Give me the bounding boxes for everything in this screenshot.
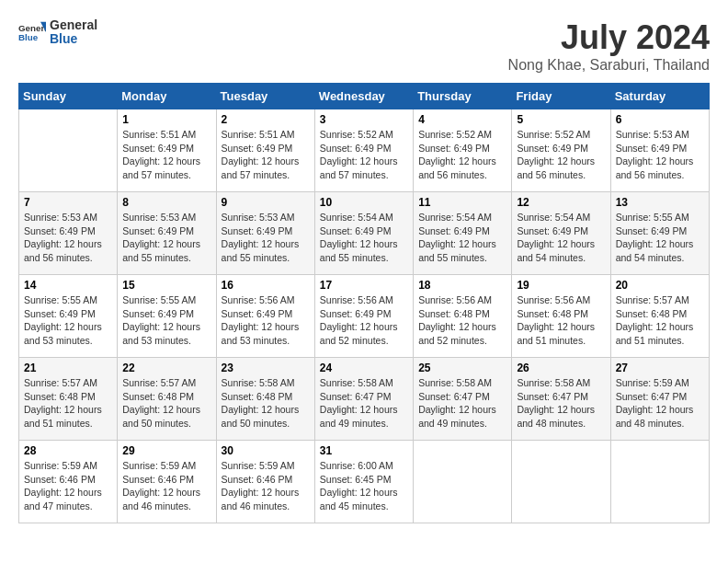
day-info: Sunrise: 5:55 AM Sunset: 6:49 PM Dayligh… [122, 293, 210, 348]
day-info: Sunrise: 5:52 AM Sunset: 6:49 PM Dayligh… [418, 128, 506, 182]
day-number: 11 [418, 196, 506, 209]
calendar-week-row: 14Sunrise: 5:55 AM Sunset: 6:49 PM Dayli… [19, 275, 710, 358]
day-number: 9 [222, 196, 310, 209]
calendar-cell: 6Sunrise: 5:53 AM Sunset: 6:49 PM Daylig… [610, 109, 709, 192]
day-number: 23 [222, 362, 310, 374]
day-info: Sunrise: 5:57 AM Sunset: 6:48 PM Dayligh… [122, 376, 210, 431]
page-header: General Blue General Blue July 2024 Nong… [18, 18, 710, 74]
calendar-cell: 8Sunrise: 5:53 AM Sunset: 6:49 PM Daylig… [118, 192, 216, 275]
calendar-cell: 4Sunrise: 5:52 AM Sunset: 6:49 PM Daylig… [414, 109, 512, 192]
calendar-cell: 20Sunrise: 5:57 AM Sunset: 6:48 PM Dayli… [610, 275, 709, 358]
weekday-header-thursday: Thursday [414, 84, 512, 109]
day-info: Sunrise: 5:55 AM Sunset: 6:49 PM Dayligh… [24, 293, 112, 348]
calendar-table: SundayMondayTuesdayWednesdayThursdayFrid… [18, 83, 710, 523]
month-title: July 2024 [508, 18, 710, 57]
day-number: 3 [320, 113, 408, 126]
calendar-cell: 9Sunrise: 5:53 AM Sunset: 6:49 PM Daylig… [216, 192, 314, 275]
day-number: 6 [616, 113, 704, 126]
day-number: 16 [222, 279, 310, 292]
day-info: Sunrise: 5:54 AM Sunset: 6:49 PM Dayligh… [418, 211, 506, 265]
day-info: Sunrise: 5:58 AM Sunset: 6:47 PM Dayligh… [320, 376, 408, 431]
calendar-cell: 30Sunrise: 5:59 AM Sunset: 6:46 PM Dayli… [216, 441, 314, 523]
calendar-cell: 25Sunrise: 5:58 AM Sunset: 6:47 PM Dayli… [414, 358, 512, 441]
day-info: Sunrise: 5:53 AM Sunset: 6:49 PM Dayligh… [24, 211, 112, 265]
calendar-week-row: 1Sunrise: 5:51 AM Sunset: 6:49 PM Daylig… [19, 109, 710, 192]
day-number: 29 [122, 444, 210, 457]
day-number: 27 [616, 362, 704, 374]
day-info: Sunrise: 5:54 AM Sunset: 6:49 PM Dayligh… [320, 211, 408, 265]
day-info: Sunrise: 5:57 AM Sunset: 6:48 PM Dayligh… [616, 293, 704, 348]
day-info: Sunrise: 5:59 AM Sunset: 6:47 PM Dayligh… [616, 376, 704, 431]
weekday-header-saturday: Saturday [610, 84, 709, 109]
day-info: Sunrise: 5:57 AM Sunset: 6:48 PM Dayligh… [24, 376, 112, 431]
calendar-cell: 10Sunrise: 5:54 AM Sunset: 6:49 PM Dayli… [314, 192, 413, 275]
logo-blue-text: Blue [50, 32, 97, 46]
day-info: Sunrise: 5:53 AM Sunset: 6:49 PM Dayligh… [122, 211, 210, 265]
calendar-cell: 14Sunrise: 5:55 AM Sunset: 6:49 PM Dayli… [19, 275, 118, 358]
day-number: 12 [517, 196, 605, 209]
day-info: Sunrise: 5:56 AM Sunset: 6:49 PM Dayligh… [320, 293, 408, 348]
day-number: 25 [418, 362, 506, 374]
day-info: Sunrise: 5:51 AM Sunset: 6:49 PM Dayligh… [222, 128, 310, 182]
day-number: 26 [517, 362, 605, 374]
calendar-cell: 31Sunrise: 6:00 AM Sunset: 6:45 PM Dayli… [314, 441, 413, 523]
calendar-cell: 27Sunrise: 5:59 AM Sunset: 6:47 PM Dayli… [610, 358, 709, 441]
calendar-cell: 16Sunrise: 5:56 AM Sunset: 6:49 PM Dayli… [216, 275, 314, 358]
day-number: 28 [24, 444, 112, 457]
day-number: 19 [517, 279, 605, 292]
calendar-cell [512, 441, 610, 523]
day-number: 20 [616, 279, 704, 292]
calendar-cell: 21Sunrise: 5:57 AM Sunset: 6:48 PM Dayli… [19, 358, 118, 441]
title-area: July 2024 Nong Khae, Saraburi, Thailand [508, 18, 710, 74]
calendar-cell: 2Sunrise: 5:51 AM Sunset: 6:49 PM Daylig… [216, 109, 314, 192]
calendar-cell: 19Sunrise: 5:56 AM Sunset: 6:48 PM Dayli… [512, 275, 610, 358]
calendar-cell: 7Sunrise: 5:53 AM Sunset: 6:49 PM Daylig… [19, 192, 118, 275]
calendar-cell: 3Sunrise: 5:52 AM Sunset: 6:49 PM Daylig… [314, 109, 413, 192]
calendar-cell: 26Sunrise: 5:58 AM Sunset: 6:47 PM Dayli… [512, 358, 610, 441]
calendar-cell: 24Sunrise: 5:58 AM Sunset: 6:47 PM Dayli… [314, 358, 413, 441]
day-number: 14 [24, 279, 112, 292]
day-info: Sunrise: 5:59 AM Sunset: 6:46 PM Dayligh… [122, 459, 210, 513]
day-info: Sunrise: 5:56 AM Sunset: 6:48 PM Dayligh… [517, 293, 605, 348]
calendar-week-row: 7Sunrise: 5:53 AM Sunset: 6:49 PM Daylig… [19, 192, 710, 275]
calendar-cell: 1Sunrise: 5:51 AM Sunset: 6:49 PM Daylig… [118, 109, 216, 192]
logo-general-text: General [50, 18, 97, 32]
calendar-cell: 23Sunrise: 5:58 AM Sunset: 6:48 PM Dayli… [216, 358, 314, 441]
day-number: 31 [320, 444, 408, 457]
calendar-cell: 17Sunrise: 5:56 AM Sunset: 6:49 PM Dayli… [314, 275, 413, 358]
calendar-cell [414, 441, 512, 523]
calendar-cell: 28Sunrise: 5:59 AM Sunset: 6:46 PM Dayli… [19, 441, 118, 523]
day-info: Sunrise: 5:59 AM Sunset: 6:46 PM Dayligh… [222, 459, 310, 513]
day-info: Sunrise: 5:58 AM Sunset: 6:47 PM Dayligh… [517, 376, 605, 431]
day-number: 1 [122, 113, 210, 126]
day-number: 30 [222, 444, 310, 457]
calendar-body: 1Sunrise: 5:51 AM Sunset: 6:49 PM Daylig… [19, 109, 710, 523]
day-info: Sunrise: 5:53 AM Sunset: 6:49 PM Dayligh… [222, 211, 310, 265]
day-number: 8 [122, 196, 210, 209]
day-number: 2 [222, 113, 310, 126]
day-number: 15 [122, 279, 210, 292]
day-info: Sunrise: 5:53 AM Sunset: 6:49 PM Dayligh… [616, 128, 704, 182]
day-number: 10 [320, 196, 408, 209]
weekday-header-sunday: Sunday [19, 84, 118, 109]
day-number: 4 [418, 113, 506, 126]
calendar-cell: 15Sunrise: 5:55 AM Sunset: 6:49 PM Dayli… [118, 275, 216, 358]
location-title: Nong Khae, Saraburi, Thailand [508, 57, 710, 74]
calendar-cell [19, 109, 118, 192]
day-number: 24 [320, 362, 408, 374]
day-number: 7 [24, 196, 112, 209]
weekday-header-row: SundayMondayTuesdayWednesdayThursdayFrid… [19, 84, 710, 109]
weekday-header-tuesday: Tuesday [216, 84, 314, 109]
day-number: 21 [24, 362, 112, 374]
day-number: 5 [517, 113, 605, 126]
calendar-cell: 18Sunrise: 5:56 AM Sunset: 6:48 PM Dayli… [414, 275, 512, 358]
logo: General Blue General Blue [18, 18, 97, 47]
logo-icon: General Blue [18, 18, 46, 46]
weekday-header-monday: Monday [118, 84, 216, 109]
day-info: Sunrise: 6:00 AM Sunset: 6:45 PM Dayligh… [320, 459, 408, 513]
day-info: Sunrise: 5:59 AM Sunset: 6:46 PM Dayligh… [24, 459, 112, 513]
calendar-cell: 5Sunrise: 5:52 AM Sunset: 6:49 PM Daylig… [512, 109, 610, 192]
calendar-cell: 22Sunrise: 5:57 AM Sunset: 6:48 PM Dayli… [118, 358, 216, 441]
calendar-week-row: 28Sunrise: 5:59 AM Sunset: 6:46 PM Dayli… [19, 441, 710, 523]
calendar-cell: 12Sunrise: 5:54 AM Sunset: 6:49 PM Dayli… [512, 192, 610, 275]
